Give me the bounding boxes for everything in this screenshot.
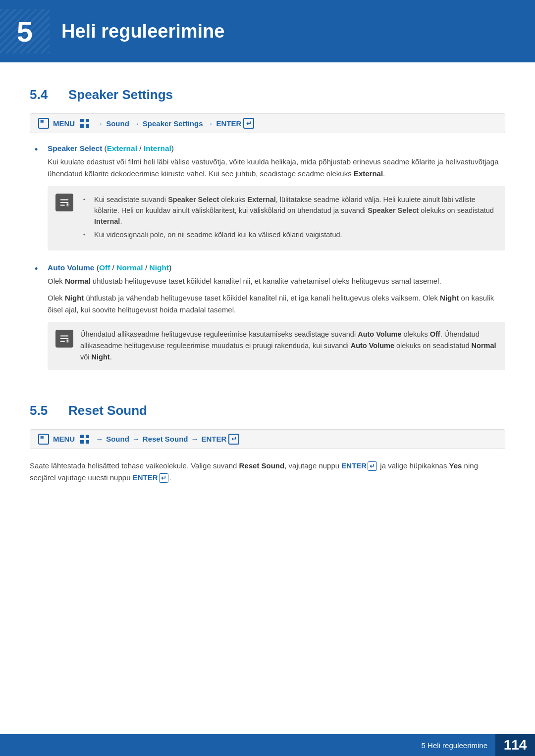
section-5-5-num: 5.5: [30, 403, 59, 418]
menu-enter-1: ENTER: [216, 119, 242, 128]
svg-rect-0: [80, 119, 84, 122]
grid-icon-5-5: [77, 434, 93, 445]
footer-text: 5 Heli reguleerimine: [422, 741, 495, 750]
svg-rect-11: [86, 440, 89, 444]
note-sub-bullets: ▪ Kui seadistate suvandi Speaker Select …: [83, 195, 497, 244]
menu-reset-sound: Reset Sound: [143, 435, 188, 443]
bullets-5-4: • Speaker Select (External / Internal) K…: [35, 144, 505, 378]
bullet-content-1: Speaker Select (External / Internal) Kui…: [48, 144, 505, 258]
bullet-label-2: Auto Volume (Off / Normal / Night): [48, 263, 505, 272]
note-box-auto-volume: Ühendatud allikaseadme helitugevuse regu…: [48, 322, 505, 370]
note-box-speaker-select: ▪ Kui seadistate suvandi Speaker Select …: [48, 186, 505, 251]
enter-icon-1: ↵: [243, 118, 254, 129]
section-5-4-num: 5.4: [30, 87, 59, 102]
menu-path-5-4: MENU → Sound → Speaker Settings → ENTER …: [30, 113, 505, 133]
svg-rect-9: [86, 435, 89, 438]
menu-sound-1: Sound: [106, 119, 129, 128]
svg-point-5: [67, 205, 68, 206]
bullet-auto-volume: • Auto Volume (Off / Normal / Night) Ole…: [35, 263, 505, 378]
sub-bullet-2: ▪ Kui videosignaali pole, on nii seadme …: [83, 230, 497, 241]
section-5-4-heading: 5.4 Speaker Settings: [30, 87, 505, 102]
svg-rect-1: [86, 119, 89, 122]
chapter-number-box: 5: [0, 9, 50, 53]
grid-icon-5-4: [77, 118, 93, 129]
chapter-header: 5 Heli reguleerimine: [0, 0, 535, 62]
menu-speaker-settings: Speaker Settings: [143, 119, 203, 128]
menu-sound-2: Sound: [106, 435, 129, 443]
reset-sound-body: Saate lähtestada helisätted tehase vaike…: [30, 460, 505, 484]
note-icon-2: [55, 330, 73, 348]
svg-rect-8: [80, 435, 84, 438]
chapter-title: Heli reguleerimine: [61, 21, 224, 42]
bullet-dot-1: •: [35, 145, 43, 155]
section-separator: [30, 383, 505, 398]
footer: 5 Heli reguleerimine 114: [0, 734, 535, 756]
main-content: 5.4 Speaker Settings MENU → Sound → Spea…: [0, 62, 535, 508]
sub-bullet-1: ▪ Kui seadistate suvandi Speaker Select …: [83, 195, 497, 227]
auto-volume-body2: Olek Night ühtlustab ja vähendab helitug…: [48, 292, 505, 316]
auto-volume-note: Ühendatud allikaseadme helitugevuse regu…: [80, 329, 497, 363]
auto-volume-body1: Olek Normal ühtlustab helitugevuse taset…: [48, 275, 505, 287]
footer-page-number: 114: [495, 734, 535, 756]
section-5-4-title: Speaker Settings: [68, 87, 173, 102]
section-5-5-title: Reset Sound: [68, 403, 147, 418]
bullet-content-2: Auto Volume (Off / Normal / Night) Olek …: [48, 263, 505, 378]
bullet-label-1: Speaker Select (External / Internal): [48, 144, 505, 153]
note-icon-1: [55, 194, 73, 211]
svg-rect-3: [86, 124, 89, 128]
chapter-number: 5: [17, 15, 33, 48]
svg-point-7: [67, 342, 68, 342]
section-5-5-heading: 5.5 Reset Sound: [30, 403, 505, 418]
enter-icon-2: ↵: [228, 434, 239, 445]
svg-rect-10: [80, 440, 84, 444]
menu-label: MENU: [53, 119, 75, 128]
menu-enter-2: ENTER: [202, 435, 227, 443]
bullet-speaker-select: • Speaker Select (External / Internal) K…: [35, 144, 505, 258]
speaker-select-body: Kui kuulate edastust või filmi heli läbi…: [48, 156, 505, 180]
bullet-dot-2: •: [35, 264, 43, 274]
menu-icon: [38, 118, 49, 129]
svg-rect-2: [80, 124, 84, 128]
menu-label-2: MENU: [53, 435, 75, 443]
menu-path-5-5: MENU → Sound → Reset Sound → ENTER ↵: [30, 429, 505, 449]
menu-icon-2: [38, 434, 49, 445]
